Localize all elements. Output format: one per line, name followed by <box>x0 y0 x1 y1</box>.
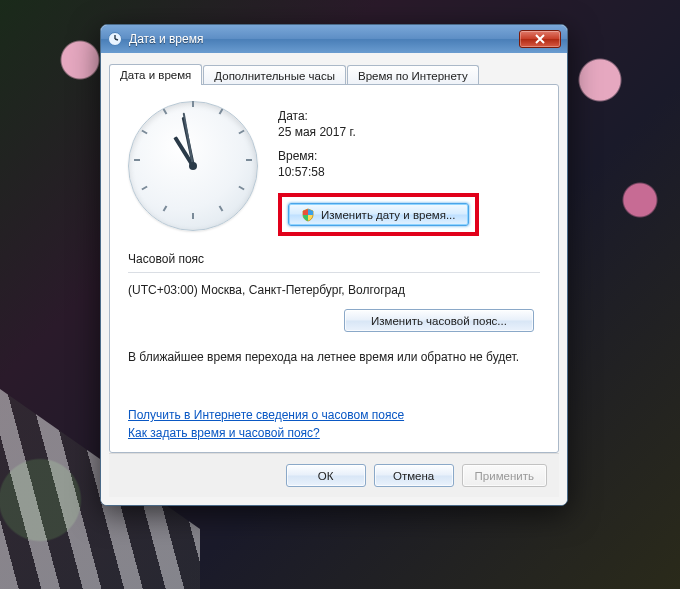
window-title: Дата и время <box>129 32 519 46</box>
button-label: Изменить часовой пояс... <box>371 315 507 327</box>
button-label: Применить <box>475 470 534 482</box>
cancel-button[interactable]: Отмена <box>374 464 454 487</box>
dst-note: В ближайшее время перехода на летнее вре… <box>128 350 540 364</box>
tab-panel: Дата: 25 мая 2017 г. Время: 10:57:58 <box>109 84 559 453</box>
timezone-value: (UTC+03:00) Москва, Санкт-Петербург, Вол… <box>128 283 540 297</box>
ok-button[interactable]: ОК <box>286 464 366 487</box>
clock-icon <box>107 31 123 47</box>
titlebar[interactable]: Дата и время <box>101 25 567 53</box>
link-timezone-info[interactable]: Получить в Интернете сведения о часовом … <box>128 408 404 422</box>
change-timezone-button[interactable]: Изменить часовой пояс... <box>344 309 534 332</box>
tabstrip: Дата и время Дополнительные часы Время п… <box>109 61 559 85</box>
apply-button[interactable]: Применить <box>462 464 547 487</box>
link-howto[interactable]: Как задать время и часовой пояс? <box>128 426 320 440</box>
shield-icon <box>301 208 315 222</box>
button-label: Отмена <box>393 470 434 482</box>
dialog-button-bar: ОК Отмена Применить <box>109 453 559 497</box>
close-button[interactable] <box>519 30 561 48</box>
time-label: Время: <box>278 149 540 163</box>
svg-line-2 <box>115 39 118 40</box>
change-date-time-button[interactable]: Изменить дату и время... <box>288 203 469 226</box>
divider <box>128 272 540 273</box>
tab-label: Дата и время <box>120 69 191 81</box>
date-time-dialog: Дата и время Дата и время Дополнительные… <box>100 24 568 506</box>
tab-label: Время по Интернету <box>358 70 468 82</box>
client-area: Дата и время Дополнительные часы Время п… <box>101 53 567 505</box>
tab-date-time[interactable]: Дата и время <box>109 64 202 85</box>
date-label: Дата: <box>278 109 540 123</box>
date-value: 25 мая 2017 г. <box>278 125 540 139</box>
timezone-section-label: Часовой пояс <box>128 252 540 266</box>
tab-internet-time[interactable]: Время по Интернету <box>347 65 479 85</box>
analog-clock <box>128 101 258 231</box>
button-label: Изменить дату и время... <box>321 209 456 221</box>
button-label: ОК <box>318 470 334 482</box>
tab-additional-clocks[interactable]: Дополнительные часы <box>203 65 346 85</box>
highlight-box: Изменить дату и время... <box>278 193 479 236</box>
tab-label: Дополнительные часы <box>214 70 335 82</box>
close-icon <box>535 34 545 44</box>
time-value: 10:57:58 <box>278 165 540 179</box>
